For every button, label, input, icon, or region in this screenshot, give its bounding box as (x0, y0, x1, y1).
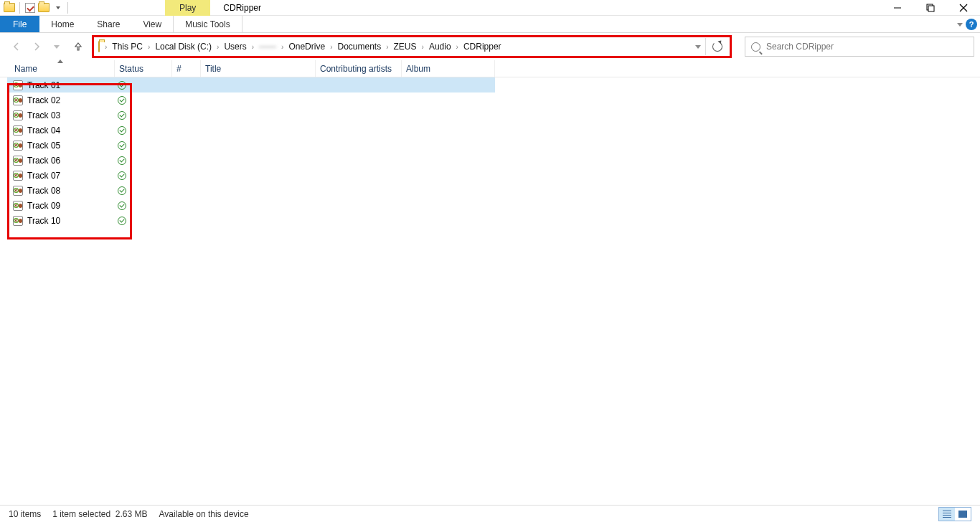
file-row[interactable]: Track 04 (7, 123, 495, 138)
file-name-label: Track 02 (27, 95, 60, 105)
file-name-cell: Track 06 (7, 156, 129, 166)
column-status[interactable]: Status (115, 60, 172, 77)
chevron-right-icon: › (146, 43, 152, 51)
tab-file[interactable]: File (0, 16, 39, 32)
address-history-dropdown[interactable] (691, 45, 705, 49)
file-row[interactable]: Track 06 (7, 153, 495, 168)
file-name-cell: Track 07 (7, 171, 129, 181)
file-row[interactable]: Track 07 (7, 168, 495, 183)
breadcrumb[interactable]: ›This PC›Local Disk (C:)›Users›——›OneDri… (103, 37, 691, 56)
chevron-right-icon: › (250, 43, 256, 51)
file-name-cell: Track 10 (7, 216, 129, 226)
file-name-label: Track 05 (27, 141, 60, 151)
file-name-label: Track 04 (27, 125, 60, 136)
file-row[interactable]: Track 03 (7, 108, 495, 123)
file-row[interactable]: Track 02 (7, 92, 495, 108)
details-view-icon (943, 511, 951, 518)
audio-file-icon (13, 156, 23, 166)
up-button[interactable] (69, 37, 88, 57)
view-large-button[interactable] (955, 508, 971, 521)
file-row[interactable]: Track 09 (7, 198, 495, 213)
navigation-bar: ›This PC›Local Disk (C:)›Users›——›OneDri… (0, 33, 980, 60)
file-name-cell: Track 02 (7, 95, 129, 105)
ribbon-expand-icon[interactable] (957, 23, 963, 27)
sync-available-icon (118, 111, 126, 120)
help-icon[interactable]: ? (966, 19, 977, 30)
separator (67, 2, 68, 14)
audio-file-icon (13, 171, 23, 181)
file-row[interactable]: Track 10 (7, 213, 495, 228)
file-name-label: Track 03 (27, 110, 60, 120)
file-name-label: Track 01 (27, 80, 60, 90)
column-name[interactable]: Name (10, 60, 115, 77)
context-tab-play[interactable]: Play (165, 0, 210, 16)
address-bar[interactable]: ›This PC›Local Disk (C:)›Users›——›OneDri… (92, 35, 732, 58)
view-details-button[interactable] (939, 508, 955, 521)
separator (19, 2, 20, 14)
file-row[interactable]: Track 08 (7, 183, 495, 198)
file-name-cell: Track 09 (7, 201, 129, 211)
audio-file-icon (13, 141, 23, 151)
breadcrumb-segment[interactable]: CDRipper (461, 42, 504, 52)
audio-file-icon (13, 186, 23, 196)
file-name-label: Track 09 (27, 201, 60, 211)
sync-available-icon (118, 81, 126, 90)
tab-music-tools[interactable]: Music Tools (173, 16, 242, 32)
chevron-right-icon: › (454, 43, 461, 51)
search-placeholder: Search CDRipper (766, 42, 834, 52)
column-contributing-artists[interactable]: Contributing artists (316, 60, 402, 77)
file-row[interactable]: Track 01 (7, 77, 495, 92)
breadcrumb-segment[interactable]: Audio (426, 42, 454, 52)
tab-view[interactable]: View (131, 16, 173, 32)
tab-share[interactable]: Share (85, 16, 131, 32)
maximize-button[interactable] (914, 0, 947, 16)
column-headers: Name Status # Title Contributing artists… (0, 60, 980, 77)
ribbon-tabs: File Home Share View Music Tools ? (0, 16, 980, 33)
view-toggle (938, 507, 971, 521)
file-name-cell: Track 05 (7, 141, 129, 151)
recent-dropdown[interactable] (47, 37, 66, 57)
file-name-cell: Track 08 (7, 186, 129, 196)
chevron-right-icon: › (420, 43, 426, 51)
forward-button[interactable] (27, 37, 46, 57)
column-album[interactable]: Album (402, 60, 495, 77)
column-title[interactable]: Title (201, 60, 316, 77)
tab-home[interactable]: Home (39, 16, 85, 32)
breadcrumb-segment[interactable]: Documents (334, 42, 384, 52)
refresh-icon (712, 42, 722, 52)
back-button[interactable] (7, 37, 26, 57)
close-button[interactable] (947, 0, 980, 16)
file-name-cell: Track 04 (7, 125, 129, 136)
breadcrumb-segment[interactable]: —— (256, 42, 279, 52)
search-input[interactable]: Search CDRipper (745, 37, 974, 57)
window-title: CDRipper (223, 3, 261, 13)
chevron-right-icon: › (328, 43, 334, 51)
minimize-button[interactable] (881, 0, 914, 16)
audio-file-icon (13, 95, 23, 105)
status-bar: 10 items 1 item selected 2.63 MB Availab… (0, 505, 980, 522)
chevron-right-icon: › (103, 43, 109, 51)
breadcrumb-segment[interactable]: ZEUS (391, 42, 420, 52)
breadcrumb-segment[interactable]: Users (221, 42, 249, 52)
column-track-number[interactable]: # (172, 60, 201, 77)
properties-icon[interactable] (24, 1, 37, 14)
file-row[interactable]: Track 05 (7, 138, 495, 153)
sync-available-icon (118, 126, 126, 135)
file-name-label: Track 07 (27, 171, 60, 181)
audio-file-icon (13, 216, 23, 226)
large-icons-view-icon (958, 511, 967, 518)
breadcrumb-segment[interactable]: This PC (109, 42, 146, 52)
search-icon (751, 42, 760, 52)
sync-available-icon (118, 171, 126, 180)
file-name-label: Track 08 (27, 186, 60, 196)
audio-file-icon (13, 110, 23, 120)
sort-ascending-icon (57, 60, 63, 63)
quick-access-dropdown[interactable] (51, 1, 64, 14)
file-name-cell: Track 03 (7, 110, 129, 120)
new-folder-icon[interactable] (37, 1, 50, 14)
breadcrumb-segment[interactable]: OneDrive (286, 42, 328, 52)
file-name-label: Track 10 (27, 216, 60, 226)
breadcrumb-segment[interactable]: Local Disk (C:) (152, 42, 215, 52)
refresh-button[interactable] (705, 38, 728, 55)
file-list: Track 01Track 02Track 03Track 04Track 05… (0, 77, 980, 228)
